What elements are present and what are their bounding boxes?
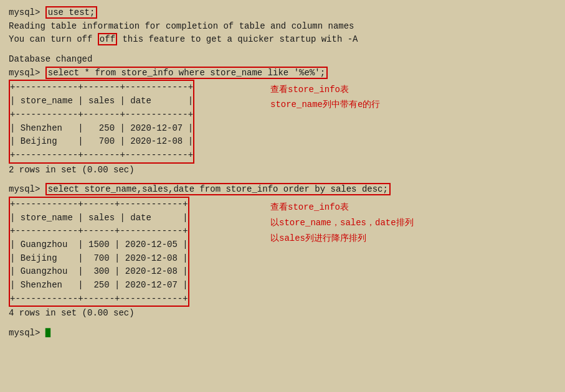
line-use-test: mysql> use test; <box>9 6 556 20</box>
rowcount1: 2 rows in set (0.00 sec) <box>9 164 556 177</box>
rowcount2: 4 rows in set (0.00 sec) <box>9 307 556 320</box>
table2-row3: | Guangzhou | 300 | 2020-12-08 | <box>10 265 188 279</box>
table2-sep-mid: +------------+------+------------+ <box>10 225 188 238</box>
table2-row2: | Beijing | 700 | 2020-12-08 | <box>10 252 188 266</box>
command-query1: select * from store_info where store_nam… <box>45 67 328 79</box>
cursor-line: mysql> █ <box>9 327 556 340</box>
line-query2: mysql> select store_name,sales,date from… <box>9 183 556 197</box>
table2-comment-line3: 以sales列进行降序排列 <box>270 231 414 246</box>
table1-header: | store_name | sales | date | <box>10 95 193 108</box>
command-query2: select store_name,sales,date from store_… <box>45 183 391 195</box>
table2-sep-top: +------------+------+------------+ <box>10 198 188 212</box>
table1-sep-bot: +------------+-------+------------+ <box>10 149 193 162</box>
table2-comment: 查看store_info表 以store_name，sales，date排列 以… <box>270 200 414 247</box>
table2-comment-line2: 以store_name，sales，date排列 <box>270 215 414 231</box>
terminal-output: mysql> use test; Reading table informati… <box>9 6 556 340</box>
line-info-1: Reading table information for completion… <box>9 20 556 34</box>
table2-row4: | Shenzhen | 250 | 2020-12-07 | <box>10 279 188 292</box>
table1-comment-line1: 查看store_info表 <box>270 83 380 98</box>
table2-header: | store_name | sales | date | <box>10 212 188 225</box>
line-query1: mysql> select * from store_info where st… <box>9 67 556 80</box>
table1-row2: | Beijing | 700 | 2020-12-08 | <box>10 135 193 149</box>
off-highlight: off <box>98 33 117 45</box>
line-info-2: You can turn off off this feature to get… <box>9 33 556 47</box>
cursor-indicator: █ <box>45 328 50 338</box>
table1-sep-mid: +------------+-------+------------+ <box>10 108 193 122</box>
line-db-changed: Database changed <box>9 53 556 67</box>
table2-bordered: +------------+------+------------+ | sto… <box>9 197 189 307</box>
prompt-3: mysql> <box>9 184 45 194</box>
prompt-2: mysql> <box>9 68 45 78</box>
table2-row1: | Guangzhou | 1500 | 2020-12-05 | <box>10 238 188 252</box>
table2-comment-line1: 查看store_info表 <box>270 200 414 215</box>
table1-row1: | Shenzhen | 250 | 2020-12-07 | <box>10 122 193 136</box>
table2-sep-bot: +------------+------+------------+ <box>10 292 188 306</box>
command-use-test: use test; <box>45 6 98 19</box>
table1-comment: 查看store_info表 store_name列中带有e的行 <box>270 83 380 113</box>
table1-section: +------------+-------+------------+ | st… <box>9 80 556 163</box>
prompt-1: mysql> <box>9 7 45 17</box>
table2-section: +------------+------+------------+ | sto… <box>9 197 556 307</box>
table1-sep-top: +------------+-------+------------+ <box>10 81 193 95</box>
table1-comment-line2: store_name列中带有e的行 <box>270 98 380 113</box>
table1-bordered: +------------+-------+------------+ | st… <box>9 80 194 163</box>
prompt-4: mysql> <box>9 328 45 338</box>
